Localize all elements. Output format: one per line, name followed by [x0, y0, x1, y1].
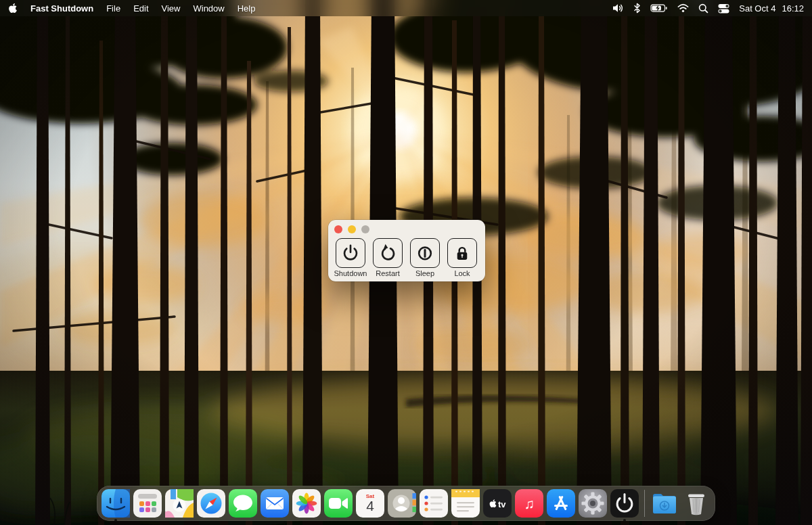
- desktop: Fast Shutdown File Edit View Window Help: [0, 0, 812, 525]
- menu-edit[interactable]: Edit: [133, 3, 148, 14]
- restart-button[interactable]: [373, 238, 403, 268]
- restart-arrow-icon: [376, 242, 399, 265]
- sleep-cell: Sleep: [410, 238, 440, 277]
- bluetooth-icon[interactable]: [633, 3, 641, 14]
- menu-time: 16:12: [782, 3, 804, 14]
- calendar-icon[interactable]: Sat 4: [356, 489, 384, 518]
- menu-help[interactable]: Help: [238, 3, 256, 14]
- minimize-button[interactable]: [348, 225, 356, 233]
- fast-shutdown-window: Shutdown Restart Sleep: [328, 220, 485, 281]
- shutdown-button[interactable]: [336, 238, 365, 268]
- downloads-folder-icon[interactable]: [650, 489, 679, 518]
- safari-icon[interactable]: [197, 489, 225, 518]
- apple-tv-icon[interactable]: tv: [483, 489, 512, 518]
- wifi-icon[interactable]: [677, 3, 689, 13]
- dock: Sat 4: [97, 486, 715, 521]
- battery-charging-icon[interactable]: [650, 3, 668, 14]
- spotlight-search-icon[interactable]: [698, 3, 708, 14]
- apple-menu-icon[interactable]: [8, 3, 18, 14]
- shutdown-cell: Shutdown: [336, 238, 365, 277]
- launchpad-icon[interactable]: [133, 489, 162, 518]
- fast-shutdown-app-icon[interactable]: [610, 489, 639, 518]
- shutdown-label: Shutdown: [334, 269, 367, 277]
- reminders-icon[interactable]: [420, 489, 448, 518]
- music-icon[interactable]: ♫: [515, 489, 543, 518]
- music-note-glyph: ♫: [524, 496, 535, 511]
- maps-icon[interactable]: [165, 489, 194, 518]
- restart-cell: Restart: [373, 238, 403, 277]
- gear-icon: [582, 493, 604, 515]
- padlock-icon: [451, 242, 474, 265]
- restart-label: Restart: [376, 269, 399, 277]
- finder-running-dot: [114, 519, 117, 522]
- volume-icon[interactable]: [612, 3, 624, 14]
- close-button[interactable]: [334, 225, 342, 233]
- menu-clock[interactable]: Sat Oct 4 16:12: [739, 3, 804, 14]
- control-center-icon[interactable]: [718, 3, 729, 14]
- menu-window[interactable]: Window: [193, 3, 224, 14]
- lock-button[interactable]: [447, 238, 477, 268]
- sleep-label: Sleep: [415, 269, 434, 277]
- traffic-lights: [334, 225, 369, 233]
- mail-icon[interactable]: [261, 489, 289, 518]
- facetime-icon[interactable]: [324, 489, 353, 518]
- lock-label: Lock: [454, 269, 470, 277]
- power-actions: Shutdown Restart Sleep: [336, 238, 477, 277]
- apple-tv-label: tv: [498, 499, 506, 509]
- system-settings-icon[interactable]: [579, 489, 607, 518]
- zoom-button-disabled: [361, 225, 369, 233]
- menu-date: Sat Oct 4: [739, 3, 775, 14]
- app-store-icon[interactable]: [547, 489, 575, 518]
- messages-icon[interactable]: [229, 489, 257, 518]
- sleep-button[interactable]: [410, 238, 440, 268]
- power-icon: [339, 242, 362, 265]
- fast-shutdown-running-dot: [623, 519, 626, 522]
- menu-view[interactable]: View: [162, 3, 181, 14]
- finder-icon[interactable]: [102, 489, 130, 518]
- menu-file[interactable]: File: [106, 3, 120, 14]
- trash-icon[interactable]: [682, 489, 710, 518]
- sleep-power-icon: [413, 242, 436, 265]
- lock-cell: Lock: [447, 238, 477, 277]
- contacts-icon[interactable]: [388, 489, 416, 518]
- notes-icon[interactable]: [451, 489, 480, 518]
- photos-icon[interactable]: [292, 489, 321, 518]
- calendar-day: 4: [366, 498, 374, 513]
- dock-divider: [644, 490, 645, 517]
- active-app-menu[interactable]: Fast Shutdown: [30, 3, 93, 14]
- menu-bar: Fast Shutdown File Edit View Window Help: [0, 0, 812, 16]
